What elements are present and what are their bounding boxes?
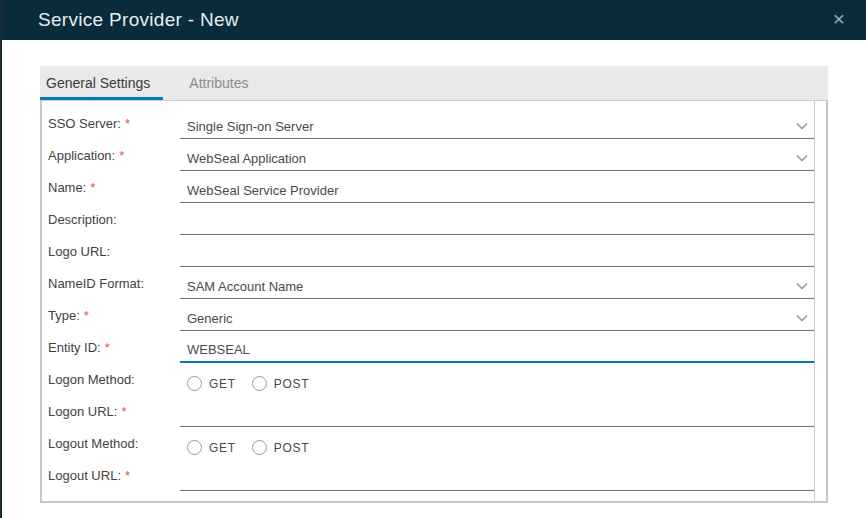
modal-header: Service Provider - New ×: [0, 0, 866, 40]
nameid-format-row: NameID Format: SAM Account Name: [48, 267, 814, 299]
logon-method-row: Logon Method: GET POST: [48, 363, 814, 395]
application-select[interactable]: WebSeal Application: [180, 139, 814, 171]
chevron-down-icon: [796, 314, 808, 322]
type-select[interactable]: Generic: [180, 299, 814, 331]
tab-general-settings[interactable]: General Settings: [40, 66, 163, 100]
required-asterisk: *: [90, 180, 95, 195]
chevron-down-icon: [796, 122, 808, 130]
modal-title: Service Provider - New: [38, 0, 239, 40]
entity-id-input[interactable]: WEBSEAL: [180, 331, 814, 363]
radio-post-label: POST: [274, 377, 309, 391]
entity-id-value: WEBSEAL: [180, 342, 250, 361]
radio-unchecked-icon[interactable]: [252, 440, 267, 455]
name-label: Name: *: [48, 171, 180, 203]
logo-url-row: Logo URL:: [48, 235, 814, 267]
sso-server-value: Single Sign-on Server: [180, 119, 313, 138]
window-left-edge: [0, 0, 2, 518]
required-asterisk: *: [125, 468, 130, 483]
label-text: Logon URL:: [48, 404, 117, 419]
radio-get-label: GET: [209, 441, 236, 455]
sso-server-label: SSO Server: *: [48, 107, 180, 139]
description-row: Description:: [48, 203, 814, 235]
logon-method-get-radio[interactable]: GET: [187, 376, 236, 391]
entity-id-row: Entity ID: * WEBSEAL: [48, 331, 814, 363]
chevron-down-icon: [796, 282, 808, 290]
type-row: Type: * Generic: [48, 299, 814, 331]
logout-url-value: [180, 485, 187, 490]
type-value: Generic: [180, 311, 233, 330]
label-text: Application:: [48, 148, 115, 163]
description-input[interactable]: [180, 203, 814, 235]
radio-unchecked-icon[interactable]: [252, 376, 267, 391]
required-asterisk: *: [121, 404, 126, 419]
logout-method-get-radio[interactable]: GET: [187, 440, 236, 455]
logo-url-value: [180, 261, 187, 266]
logon-url-input[interactable]: [180, 395, 814, 427]
radio-unchecked-icon[interactable]: [187, 440, 202, 455]
modal-body: General Settings Attributes SSO Server: …: [40, 66, 828, 503]
logon-url-row: Logon URL: *: [48, 395, 814, 427]
logout-url-input[interactable]: [180, 459, 814, 491]
label-text: Logout URL:: [48, 468, 121, 483]
logo-url-label: Logo URL:: [48, 235, 180, 267]
required-asterisk: *: [119, 148, 124, 163]
label-text: SSO Server:: [48, 116, 121, 131]
tab-attributes-label: Attributes: [189, 75, 248, 91]
label-text: Description:: [48, 212, 117, 227]
application-label: Application: *: [48, 139, 180, 171]
description-label: Description:: [48, 203, 180, 235]
sso-server-select[interactable]: Single Sign-on Server: [180, 107, 814, 139]
radio-unchecked-icon[interactable]: [187, 376, 202, 391]
sso-server-row: SSO Server: * Single Sign-on Server: [48, 107, 814, 139]
label-text: Entity ID:: [48, 340, 101, 355]
required-asterisk: *: [84, 308, 89, 323]
name-row: Name: * WebSeal Service Provider: [48, 171, 814, 203]
logout-method-post-radio[interactable]: POST: [252, 440, 309, 455]
general-settings-panel: SSO Server: * Single Sign-on Server Appl…: [40, 100, 828, 503]
form-rows: SSO Server: * Single Sign-on Server Appl…: [48, 107, 814, 491]
logon-method-post-radio[interactable]: POST: [252, 376, 309, 391]
tab-general-settings-label: General Settings: [46, 75, 150, 91]
description-value: [180, 229, 187, 234]
radio-post-label: POST: [274, 441, 309, 455]
logout-method-label: Logout Method:: [48, 427, 180, 459]
name-value: WebSeal Service Provider: [180, 183, 339, 202]
nameid-format-label: NameID Format:: [48, 267, 180, 299]
tab-attributes[interactable]: Attributes: [189, 66, 248, 100]
radio-get-label: GET: [209, 377, 236, 391]
nameid-format-value: SAM Account Name: [180, 279, 303, 298]
logout-method-row: Logout Method: GET POST: [48, 427, 814, 459]
application-row: Application: * WebSeal Application: [48, 139, 814, 171]
required-asterisk: *: [105, 340, 110, 355]
label-text: Logo URL:: [48, 244, 110, 259]
logout-url-row: Logout URL: *: [48, 459, 814, 491]
application-value: WebSeal Application: [180, 151, 306, 170]
label-text: Name:: [48, 180, 86, 195]
logout-url-label: Logout URL: *: [48, 459, 180, 491]
tab-bar: General Settings Attributes: [40, 66, 828, 100]
label-text: Logout Method:: [48, 436, 138, 451]
type-label: Type: *: [48, 299, 180, 331]
scrollbar-track[interactable]: [814, 101, 826, 501]
name-input[interactable]: WebSeal Service Provider: [180, 171, 814, 203]
nameid-format-select[interactable]: SAM Account Name: [180, 267, 814, 299]
logon-method-label: Logon Method:: [48, 363, 180, 395]
label-text: NameID Format:: [48, 276, 144, 291]
required-asterisk: *: [125, 116, 130, 131]
logon-method-field: GET POST: [180, 363, 814, 395]
chevron-down-icon: [796, 154, 808, 162]
label-text: Logon Method:: [48, 372, 135, 387]
entity-id-label: Entity ID: *: [48, 331, 180, 363]
logon-url-value: [180, 421, 187, 426]
logout-method-field: GET POST: [180, 427, 814, 459]
label-text: Type:: [48, 308, 80, 323]
logon-url-label: Logon URL: *: [48, 395, 180, 427]
logo-url-input[interactable]: [180, 235, 814, 267]
close-icon[interactable]: ×: [827, 7, 851, 31]
